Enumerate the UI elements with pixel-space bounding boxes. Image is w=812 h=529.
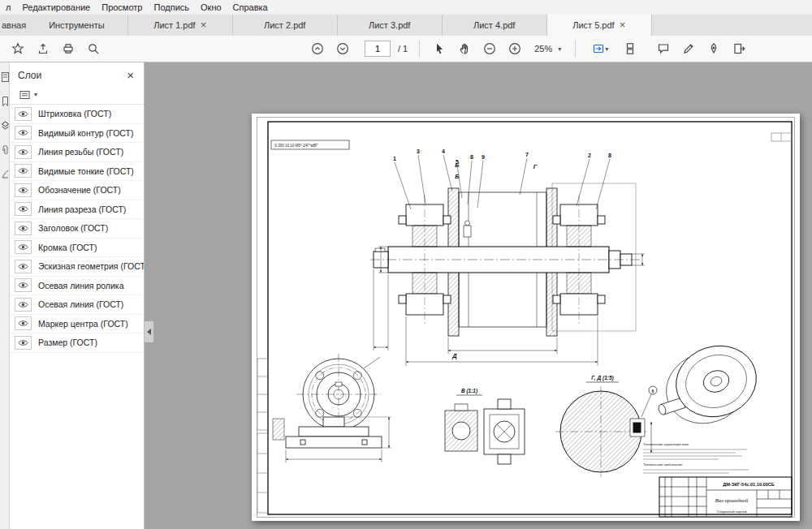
zoom-in-button[interactable]	[503, 38, 526, 59]
eye-icon[interactable]	[15, 183, 32, 197]
star-button[interactable]	[6, 38, 29, 59]
menu-item[interactable]: Окно	[195, 2, 227, 12]
layer-item[interactable]: Осевая линия ролика	[10, 277, 144, 296]
bracket-view	[273, 417, 391, 462]
eye-icon[interactable]	[15, 221, 32, 235]
select-tool-button[interactable]	[428, 38, 451, 59]
doc-tab[interactable]: Лист 1.pdf×	[127, 15, 232, 36]
tab-tools[interactable]: Инструменты	[37, 15, 116, 36]
menu-item[interactable]: Подпись	[148, 2, 195, 12]
titleblock-doctype: Сборочный чертеж	[716, 510, 746, 514]
page-fit-icon	[592, 42, 605, 55]
callout-number: 9	[482, 154, 485, 160]
layer-item[interactable]: Видимый контур (ГОСТ)	[10, 124, 144, 144]
zoom-in-icon	[508, 42, 521, 55]
menubar: лРедактированиеПросмотрПодписьОкноСправк…	[0, 0, 812, 15]
section-label: Б	[455, 161, 460, 169]
layer-item[interactable]: Линия резьбы (ГОСТ)	[10, 143, 144, 162]
layer-item[interactable]: Заголовок (ГОСТ)	[10, 219, 144, 239]
zoom-level-dropdown[interactable]: 25% ▾	[529, 41, 567, 56]
document-arrow-icon	[732, 42, 745, 55]
section-label: Д	[451, 352, 457, 359]
fill-sign-button[interactable]	[702, 38, 725, 59]
layer-item[interactable]: Осевая линия (ГОСТ)	[10, 295, 144, 315]
send-for-signature-button[interactable]	[728, 38, 750, 59]
comment-bubble-icon	[657, 42, 670, 55]
menu-item[interactable]: Просмотр	[96, 2, 148, 12]
signatures-icon[interactable]	[2, 170, 9, 179]
highlight-button[interactable]	[677, 38, 700, 59]
doc-tabs: Лист 1.pdf×Лист 2.pdfЛист 3.pdfЛист 4.pd…	[127, 15, 652, 36]
layer-item[interactable]: Размер (ГОСТ)	[10, 333, 144, 353]
eye-icon[interactable]	[15, 260, 32, 273]
menu-item[interactable]: Редактирование	[16, 2, 96, 12]
attachments-icon[interactable]	[2, 145, 9, 155]
doc-tab[interactable]: Лист 2.pdf	[232, 15, 337, 36]
search-button[interactable]	[82, 38, 105, 59]
eye-icon[interactable]	[15, 107, 32, 121]
eye-icon[interactable]	[15, 126, 32, 140]
layer-item[interactable]: Обозначение (ГОСТ)	[10, 181, 144, 200]
doc-tab[interactable]: Лист 4.pdf	[442, 15, 546, 36]
menu-item[interactable]: Справка	[227, 2, 274, 12]
scroll-mode-button[interactable]	[619, 38, 641, 59]
page-up-button[interactable]	[306, 38, 329, 59]
layer-item[interactable]: Эскизная геометрия (ГОСТ)	[10, 257, 144, 277]
page-number-input[interactable]	[365, 41, 391, 57]
bookmarks-icon[interactable]	[2, 97, 9, 106]
document-area[interactable]: S.300 10.10-М5°-24Г°мВГ	[145, 62, 812, 529]
eye-icon[interactable]	[15, 336, 32, 350]
layer-label: Эскизная геометрия (ГОСТ)	[38, 261, 145, 271]
eye-icon[interactable]	[15, 164, 32, 178]
panel-icon-strip	[0, 62, 10, 529]
eye-icon[interactable]	[15, 145, 32, 159]
technical-notes: Технические характеристики Технические т…	[643, 442, 749, 473]
comment-button[interactable]	[652, 38, 675, 59]
eye-icon[interactable]	[15, 316, 32, 330]
doc-tab[interactable]: Лист 3.pdf	[337, 15, 442, 36]
tab-close-icon[interactable]: ×	[201, 21, 207, 29]
page-count-label: / 1	[398, 44, 408, 54]
caret-down-icon: ▾	[558, 45, 561, 53]
doc-tab-label: Лист 5.pdf	[572, 20, 614, 30]
callout-number: 3	[417, 148, 420, 154]
zoom-out-button[interactable]	[478, 38, 501, 59]
page-display-dropdown[interactable]: ▾	[584, 38, 616, 59]
close-panel-icon[interactable]: ×	[127, 71, 134, 80]
layer-options-button[interactable]: ▾	[16, 90, 41, 100]
doc-tab[interactable]: Лист 5.pdf×	[546, 15, 652, 36]
hand-tool-button[interactable]	[453, 38, 476, 59]
layer-label: Кромка (ГОСТ)	[38, 243, 97, 252]
iso-roller-view	[646, 336, 767, 437]
eye-icon[interactable]	[15, 240, 32, 254]
layer-item[interactable]: Видимые тонкие (ГОСТ)	[10, 162, 144, 182]
collapse-arrow-icon	[147, 329, 151, 335]
arrow-up-circle-icon	[311, 42, 324, 55]
pdf-page[interactable]: S.300 10.10-М5°-24Г°мВГ	[252, 114, 800, 521]
panel-collapse-handle[interactable]	[145, 320, 154, 343]
layers-icon[interactable]	[2, 121, 9, 131]
share-button[interactable]	[32, 38, 54, 59]
menu-item[interactable]: л	[0, 2, 16, 12]
sheet-frame	[257, 118, 795, 518]
page-down-button[interactable]	[331, 38, 354, 59]
callout-number: 7	[525, 152, 529, 157]
layer-label: Видимый контур (ГОСТ)	[38, 128, 133, 138]
thumbnails-icon[interactable]	[2, 72, 9, 82]
eye-icon[interactable]	[15, 278, 32, 292]
layer-item[interactable]: Линия разреза (ГОСТ)	[10, 200, 144, 220]
layer-item[interactable]: Кромка (ГОСТ)	[10, 239, 144, 258]
tab-close-icon[interactable]: ×	[620, 21, 626, 29]
eye-icon[interactable]	[15, 202, 32, 216]
eye-icon[interactable]	[15, 298, 32, 312]
layer-label: Осевая линия (ГОСТ)	[38, 299, 123, 309]
print-button[interactable]	[57, 38, 80, 59]
tab-home[interactable]: авная	[0, 15, 37, 36]
view-gd-label: Г, Д (1:5)	[591, 375, 613, 381]
layers-panel: Слои × ▾ Штриховка (ГОСТ)Видимый контур …	[10, 62, 145, 529]
tech-block2-title: Технические требования	[643, 462, 682, 467]
layer-item[interactable]: Штриховка (ГОСТ)	[10, 105, 144, 124]
titleblock-name: Вал приводной	[715, 497, 749, 503]
layer-item[interactable]: Маркер центра (ГОСТ)	[10, 315, 144, 334]
doc-tab-label: Лист 2.pdf	[264, 20, 305, 30]
